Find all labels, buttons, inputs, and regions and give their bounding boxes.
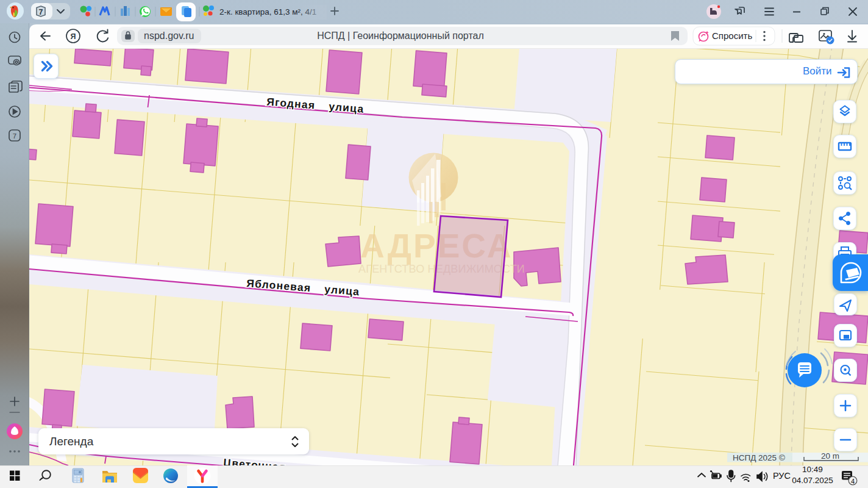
svg-text:НСПД 2025 ©: НСПД 2025 © — [733, 453, 785, 462]
svg-text:04.07.2025: 04.07.2025 — [792, 476, 833, 485]
svg-text:Спросить: Спросить — [712, 30, 752, 41]
svg-text:10:49: 10:49 — [802, 465, 823, 474]
svg-text:7: 7 — [39, 8, 43, 16]
svg-text:РУС: РУС — [773, 471, 791, 481]
svg-text:4: 4 — [851, 478, 855, 485]
svg-text:НСПД | Геоинформационный порта: НСПД | Геоинформационный портал — [317, 30, 484, 41]
svg-text:nspd.gov.ru: nspd.gov.ru — [144, 30, 194, 41]
svg-text:Я: Я — [71, 32, 76, 41]
svg-text:7: 7 — [13, 132, 16, 140]
svg-text:20 m: 20 m — [821, 451, 839, 461]
